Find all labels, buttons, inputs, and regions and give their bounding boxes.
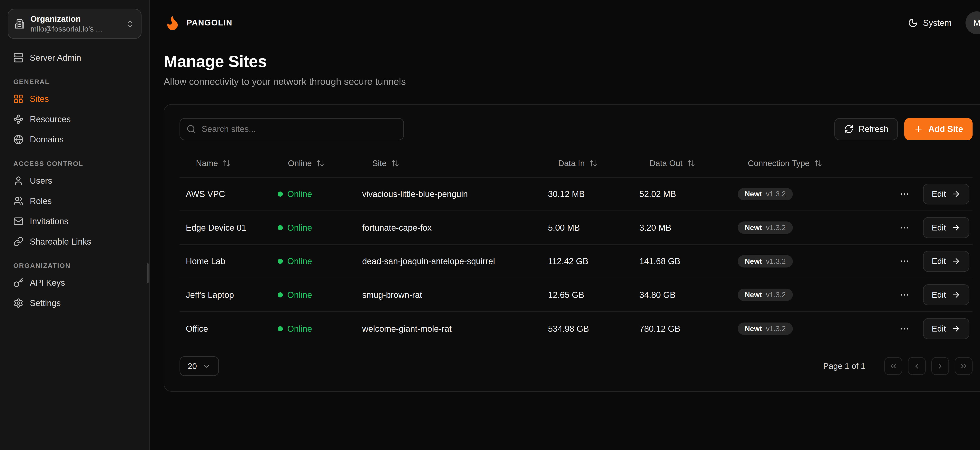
- online-status-dot: [278, 326, 283, 331]
- site-tunnel-name-cell: vivacious-little-blue-penguin: [362, 189, 548, 199]
- column-header-site[interactable]: Site: [362, 158, 548, 168]
- edit-button-label: Edit: [932, 223, 946, 233]
- table-header-row: Name Online Site Data In: [180, 150, 972, 177]
- online-status-label: Online: [287, 290, 312, 300]
- row-actions-cell: Edit: [897, 251, 972, 272]
- first-page-button[interactable]: [885, 357, 902, 375]
- sidebar-scrollbar-thumb[interactable]: [146, 263, 149, 284]
- page-title: Manage Sites: [164, 52, 980, 71]
- sidebar-item-domains[interactable]: Domains: [8, 130, 142, 150]
- site-tunnel-name-cell: dead-san-joaquin-antelope-squirrel: [362, 256, 548, 266]
- connection-type-badge: Newt v1.3.2: [738, 188, 793, 200]
- data-in-cell: 112.42 GB: [548, 256, 640, 266]
- column-header-label: Online: [288, 158, 312, 168]
- sidebar-item-invitations[interactable]: Invitations: [8, 211, 142, 231]
- brand-home-link[interactable]: PANGOLIN: [164, 14, 232, 32]
- chevron-down-icon: [202, 362, 211, 370]
- ellipsis-icon: [899, 256, 910, 266]
- site-name-cell: Edge Device 01: [186, 223, 278, 233]
- column-header-connection-type[interactable]: Connection Type: [738, 158, 897, 168]
- online-status-label: Online: [287, 223, 312, 233]
- sidebar-item-roles[interactable]: Roles: [8, 191, 142, 211]
- online-status-label: Online: [287, 324, 312, 334]
- search-input[interactable]: [180, 118, 404, 140]
- site-name-cell: Home Lab: [186, 256, 278, 266]
- sort-icon: [316, 159, 325, 168]
- row-menu-button[interactable]: [897, 287, 912, 303]
- row-actions-cell: Edit: [897, 284, 972, 305]
- edit-button[interactable]: Edit: [923, 184, 969, 204]
- sites-table: Name Online Site Data In: [180, 150, 972, 345]
- connection-type-name: Newt: [745, 291, 762, 298]
- online-status-dot: [278, 192, 283, 196]
- user-avatar[interactable]: M: [966, 11, 980, 34]
- sidebar-item-users[interactable]: Users: [8, 171, 142, 191]
- sidebar-item-sites[interactable]: Sites: [8, 89, 142, 109]
- row-menu-button[interactable]: [897, 254, 912, 269]
- table-row: AWS VPC Online vivacious-little-blue-pen…: [180, 177, 972, 211]
- connection-type-name: Newt: [745, 258, 762, 265]
- connection-type-badge: Newt v1.3.2: [738, 288, 793, 301]
- add-site-button[interactable]: Add Site: [904, 118, 972, 140]
- column-header-name[interactable]: Name: [186, 158, 278, 168]
- card-toolbar: Refresh Add Site: [180, 118, 972, 140]
- column-header-online[interactable]: Online: [278, 158, 362, 168]
- sites-card: Refresh Add Site Name Online: [164, 104, 980, 392]
- edit-button[interactable]: Edit: [923, 284, 969, 305]
- sidebar-item-label: Server Admin: [30, 53, 81, 63]
- sidebar-item-label: Shareable Links: [30, 237, 91, 247]
- sidebar-item-label: Domains: [30, 135, 64, 144]
- chevron-left-icon: [912, 362, 921, 371]
- data-in-cell: 534.98 GB: [548, 324, 640, 334]
- ellipsis-icon: [899, 223, 910, 233]
- table-row: Edge Device 01 Online fortunate-cape-fox…: [180, 211, 972, 245]
- edit-button[interactable]: Edit: [923, 217, 969, 238]
- data-out-cell: 52.02 MB: [640, 189, 738, 199]
- connection-type-cell: Newt v1.3.2: [738, 222, 897, 234]
- table-row: Home Lab Online dead-san-joaquin-antelop…: [180, 245, 972, 279]
- online-status-dot: [278, 225, 283, 230]
- org-selector-subtitle: milo@fossorial.io's ...: [30, 24, 120, 34]
- last-page-button[interactable]: [955, 357, 972, 375]
- sidebar-item-shareable-links[interactable]: Shareable Links: [8, 231, 142, 252]
- row-actions-cell: Edit: [897, 318, 972, 339]
- pagination: Page 1 of 1: [823, 357, 972, 375]
- sidebar-item-api-keys[interactable]: API Keys: [8, 273, 142, 293]
- row-menu-button[interactable]: [897, 186, 912, 202]
- column-header-label: Data Out: [649, 158, 682, 168]
- refresh-button[interactable]: Refresh: [834, 118, 898, 140]
- sidebar-item-resources[interactable]: Resources: [8, 109, 142, 130]
- edit-button-label: Edit: [932, 324, 946, 333]
- topbar-right: System M: [908, 11, 980, 34]
- ellipsis-icon: [899, 189, 910, 199]
- topbar: PANGOLIN System M: [164, 0, 980, 34]
- sort-icon: [814, 159, 822, 168]
- site-name-cell: AWS VPC: [186, 189, 278, 199]
- edit-button[interactable]: Edit: [923, 251, 969, 272]
- column-header-label: Site: [372, 158, 387, 168]
- sidebar-section-organization: ORGANIZATION: [13, 262, 136, 269]
- row-menu-button[interactable]: [897, 220, 912, 235]
- sidebar-item-label: Sites: [30, 94, 49, 104]
- column-header-data-in[interactable]: Data In: [548, 158, 640, 168]
- online-status-label: Online: [287, 189, 312, 199]
- page-size-select[interactable]: 20: [180, 356, 219, 376]
- theme-toggle-button[interactable]: System: [908, 18, 951, 28]
- chevrons-right-icon: [959, 362, 968, 371]
- site-online-cell: Online: [278, 290, 362, 300]
- edit-button[interactable]: Edit: [923, 318, 969, 339]
- online-status-dot: [278, 259, 283, 264]
- data-out-cell: 141.68 GB: [640, 256, 738, 266]
- org-selector[interactable]: Organization milo@fossorial.io's ...: [8, 9, 142, 39]
- connection-type-cell: Newt v1.3.2: [738, 323, 897, 335]
- sidebar-item-server-admin[interactable]: Server Admin: [8, 48, 142, 68]
- connection-type-badge: Newt v1.3.2: [738, 222, 793, 234]
- row-menu-button[interactable]: [897, 321, 912, 336]
- connection-type-name: Newt: [745, 190, 762, 198]
- site-online-cell: Online: [278, 256, 362, 266]
- column-header-data-out[interactable]: Data Out: [640, 158, 738, 168]
- sidebar-item-label: API Keys: [30, 278, 65, 288]
- sidebar-item-settings[interactable]: Settings: [8, 293, 142, 313]
- next-page-button[interactable]: [931, 357, 949, 375]
- previous-page-button[interactable]: [908, 357, 926, 375]
